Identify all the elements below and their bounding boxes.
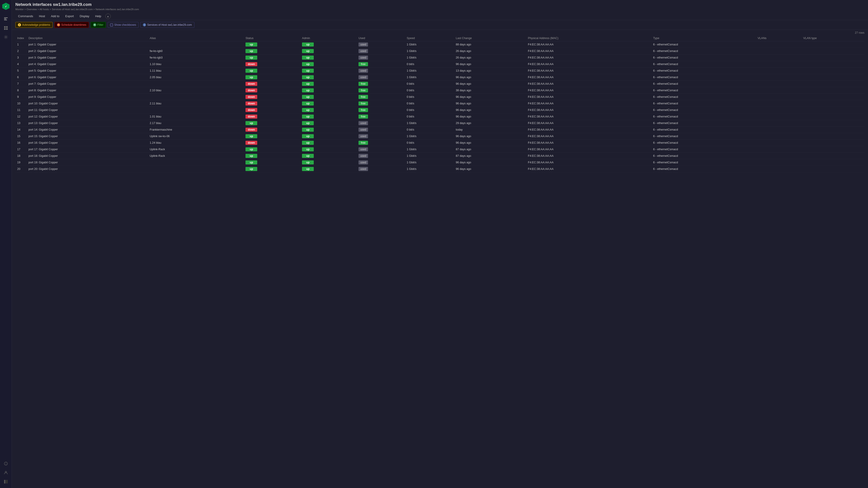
table-row[interactable]: 11 port 11: Gigabit Copper down up free … [16, 107, 864, 113]
cell-last-change: 96 days ago [454, 74, 526, 80]
cell-admin: up [300, 68, 357, 74]
navbar-collapse-chevron[interactable]: ▲ [105, 13, 111, 19]
cell-alias: 2.17 blau [148, 120, 244, 127]
cell-vlan-type [802, 127, 864, 133]
col-description: Description [27, 35, 148, 41]
cell-vlan-type [802, 166, 864, 172]
cell-speed: 1 Gbit/s [405, 159, 454, 166]
table-row[interactable]: 12 port 12: Gigabit Copper 1.01 blau dow… [16, 113, 864, 120]
cell-speed: 1 Gbit/s [405, 133, 454, 140]
cell-type: 6 - ethernetCsmacd [651, 113, 756, 120]
header-title-row: Network interfaces sw1.lan.tribe29.com [16, 2, 864, 7]
cell-status: up [244, 68, 300, 74]
sidebar-icon-user[interactable] [2, 468, 10, 477]
nav-export[interactable]: Export [63, 13, 76, 19]
table-row[interactable]: 1 port 1: Gigabit Copper up up used 1 Gb… [16, 41, 864, 48]
cell-last-change: 29 days ago [454, 120, 526, 127]
filter-button[interactable]: ▼ Filter [91, 22, 106, 28]
cell-index: 6 [16, 74, 27, 80]
nav-display[interactable]: Display [77, 13, 92, 19]
schedule-downtimes-button[interactable]: 🔔 Schedule downtimes [55, 22, 89, 28]
table-row[interactable]: 16 port 16: Gigabit Copper 1.24 blau dow… [16, 140, 864, 146]
cell-status: up [244, 55, 300, 61]
table-row[interactable]: 5 port 5: Gigabit Copper 1.11 blau up up… [16, 68, 864, 74]
cell-alias: 1.24 blau [148, 140, 244, 146]
table-row[interactable]: 13 port 13: Gigabit Copper 2.17 blau up … [16, 120, 864, 127]
table-row[interactable]: 9 port 9: Gigabit Copper down up free 0 … [16, 94, 864, 100]
sidebar-icon-monitor[interactable] [2, 15, 10, 23]
cell-admin: up [300, 87, 357, 94]
cell-status: up [244, 146, 300, 153]
navbar: Commands Host Add to Export Display Help… [16, 12, 864, 20]
sidebar-icon-panel[interactable] [2, 478, 10, 486]
cell-index: 13 [16, 120, 27, 127]
svg-rect-8 [6, 28, 8, 30]
cell-admin: up [300, 107, 357, 113]
table-row[interactable]: 14 port 14: Gigabit Copper Frankiermasch… [16, 127, 864, 133]
cell-description: port 19: Gigabit Copper [27, 159, 148, 166]
cell-admin: up [300, 127, 357, 133]
cell-alias [148, 94, 244, 100]
cell-vlans [756, 94, 802, 100]
nav-help[interactable]: Help [92, 13, 104, 19]
table-row[interactable]: 20 port 20: Gigabit Copper up up used 1 … [16, 166, 864, 172]
table-row[interactable]: 19 port 19: Gigabit Copper up up used 1 … [16, 159, 864, 166]
svg-point-12 [5, 471, 6, 473]
cell-admin: up [300, 48, 357, 55]
table-row[interactable]: 3 port 3: Gigabit Copper fw-ks-igb3 up u… [16, 55, 864, 61]
cell-vlan-type [802, 68, 864, 74]
table-row[interactable]: 6 port 6: Gigabit Copper 2.05 blau up up… [16, 74, 864, 80]
cell-last-change: 96 days ago [454, 133, 526, 140]
show-checkboxes-button[interactable]: Show checkboxes [107, 22, 138, 28]
cell-status: down [244, 140, 300, 146]
cell-admin: up [300, 146, 357, 153]
cell-vlan-type [802, 107, 864, 113]
cell-last-change: 96 days ago [454, 61, 526, 68]
table-row[interactable]: 10 port 10: Gigabit Copper 2.11 blau dow… [16, 100, 864, 107]
cell-description: port 1: Gigabit Copper [27, 41, 148, 48]
cell-index: 9 [16, 94, 27, 100]
cell-vlans [756, 146, 802, 153]
cell-vlan-type [802, 94, 864, 100]
cell-index: 1 [16, 41, 27, 48]
services-of-host-button[interactable]: i Services of Host sw1.lan.tribe29.com [141, 22, 194, 28]
cell-speed: 0 bit/s [405, 107, 454, 113]
cell-type: 6 - ethernetCsmacd [651, 80, 756, 87]
cell-vlan-type [802, 61, 864, 68]
table-row[interactable]: 4 port 4: Gigabit Copper 1.10 blau down … [16, 61, 864, 68]
cell-description: port 8: Gigabit Copper [27, 87, 148, 94]
cell-admin: up [300, 74, 357, 80]
sidebar-icon-info[interactable]: i [2, 459, 10, 468]
sidebar-icon-grid[interactable] [2, 24, 10, 32]
table-row[interactable]: 17 port 17: Gigabit Copper Uplink-Rack u… [16, 146, 864, 153]
cell-index: 15 [16, 133, 27, 140]
table-row[interactable]: 7 port 7: Gigabit Copper down up free 0 … [16, 80, 864, 87]
table-row[interactable]: 2 port 2: Gigabit Copper fw-ks-igb0 up u… [16, 48, 864, 55]
cell-admin: up [300, 100, 357, 107]
nav-host[interactable]: Host [36, 13, 48, 19]
nav-commands[interactable]: Commands [16, 13, 36, 19]
cell-last-change: 96 days ago [454, 113, 526, 120]
sidebar-icon-settings[interactable] [2, 33, 10, 41]
table-row[interactable]: 18 port 18: Gigabit Copper Uplink-Rack u… [16, 153, 864, 159]
cell-last-change: 87 days ago [454, 146, 526, 153]
cell-mac: F4:EC:38:AA:AA:AA [526, 61, 651, 68]
cell-vlans [756, 41, 802, 48]
cell-alias: 1.11 blau [148, 68, 244, 74]
table-row[interactable]: 8 port 8: Gigabit Copper 2.10 blau down … [16, 87, 864, 94]
cell-status: up [244, 166, 300, 172]
svg-rect-4 [4, 20, 7, 20]
cell-admin: up [300, 55, 357, 61]
nav-addto[interactable]: Add to [48, 13, 62, 19]
cell-description: port 6: Gigabit Copper [27, 74, 148, 80]
cell-used: used [357, 159, 405, 166]
cell-index: 7 [16, 80, 27, 87]
table-row[interactable]: 15 port 15: Gigabit Copper Uplink sw-ks-… [16, 133, 864, 140]
cell-mac: F4:EC:38:AA:AA:AA [526, 87, 651, 94]
acknowledge-problems-button[interactable]: ! Acknowledge problems [16, 22, 53, 28]
cell-index: 18 [16, 153, 27, 159]
cell-mac: F4:EC:38:AA:AA:AA [526, 120, 651, 127]
app-logo[interactable]: ✓ [2, 2, 10, 10]
svg-rect-7 [4, 28, 6, 30]
cell-speed: 1 Gbit/s [405, 41, 454, 48]
